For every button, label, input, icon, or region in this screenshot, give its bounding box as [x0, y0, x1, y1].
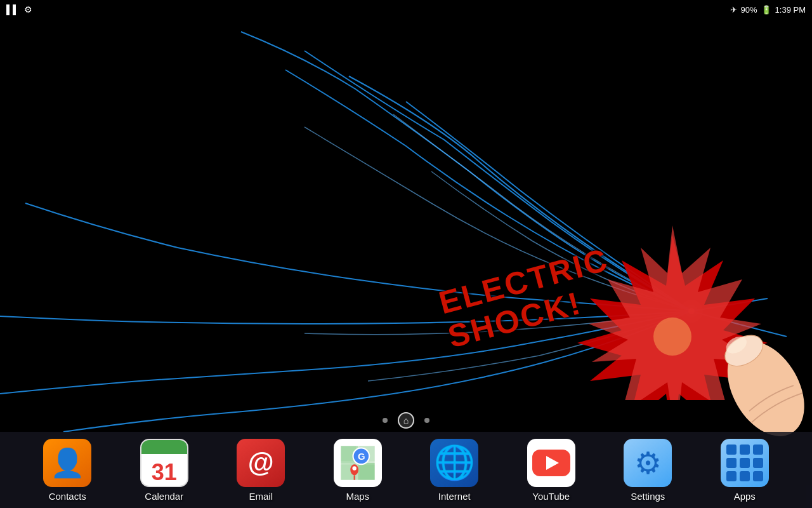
airplane-icon: ✈	[730, 5, 737, 15]
time-display: 1:39 PM	[775, 5, 806, 15]
grid-dot-1	[726, 444, 737, 455]
battery-percentage: 90%	[741, 5, 757, 15]
settings-label: Settings	[631, 491, 665, 502]
svg-text:G: G	[358, 450, 365, 461]
grid-dot-8	[740, 471, 750, 481]
youtube-play-triangle	[546, 456, 559, 470]
grid-dot-2	[740, 444, 750, 455]
app-settings[interactable]: ⚙ Settings	[603, 439, 692, 502]
app-maps[interactable]: G Maps	[313, 439, 402, 502]
email-at-symbol: @	[248, 448, 274, 478]
apps-icon	[721, 439, 769, 487]
app-calendar[interactable]: 31 Calendar	[120, 439, 209, 502]
app-contacts[interactable]: 👤 Contacts	[23, 439, 112, 502]
page-dot-2	[424, 418, 429, 423]
app-apps[interactable]: Apps	[700, 439, 789, 502]
home-button[interactable]	[398, 412, 414, 429]
grid-dot-4	[726, 458, 737, 468]
signal-icon: ▌▌	[6, 4, 19, 15]
calendar-icon: 31	[140, 439, 188, 487]
grid-dot-5	[740, 458, 750, 468]
app-email[interactable]: @ Email	[216, 439, 305, 502]
email-label: Email	[249, 491, 273, 502]
maps-icon: G	[334, 439, 382, 487]
app-internet[interactable]: 🌐 Internet	[410, 439, 499, 502]
maps-svg: G	[337, 443, 378, 483]
apps-grid	[721, 439, 768, 486]
maps-label: Maps	[346, 491, 369, 502]
calendar-header	[141, 440, 187, 454]
globe-symbol: 🌐	[434, 443, 475, 482]
internet-icon: 🌐	[430, 439, 478, 487]
svg-point-14	[352, 466, 356, 470]
grid-dot-6	[753, 458, 763, 468]
app-youtube[interactable]: YouTube	[507, 439, 596, 502]
battery-icon: 🔋	[761, 5, 771, 15]
home-navigation-row	[0, 412, 812, 429]
settings-status-icon: ⚙	[24, 4, 32, 15]
grid-dot-7	[726, 471, 737, 481]
status-left: ▌▌ ⚙	[6, 4, 32, 15]
grid-dot-9	[753, 471, 763, 481]
contacts-icon: 👤	[43, 439, 91, 487]
settings-icon: ⚙	[624, 439, 672, 487]
status-bar: ▌▌ ⚙ ✈ 90% 🔋 1:39 PM	[0, 0, 812, 19]
internet-label: Internet	[438, 491, 471, 502]
youtube-label: YouTube	[532, 491, 570, 502]
youtube-icon	[527, 439, 575, 487]
calendar-date: 31	[152, 459, 177, 486]
email-icon: @	[237, 439, 285, 487]
calendar-label: Calendar	[145, 491, 183, 502]
grid-dot-3	[753, 444, 763, 455]
apps-label: Apps	[734, 491, 756, 502]
gear-symbol: ⚙	[634, 445, 662, 481]
app-dock: 👤 Contacts 31 Calendar @ Email	[0, 432, 812, 508]
contacts-label: Contacts	[49, 491, 86, 502]
page-dot-1	[383, 418, 388, 423]
youtube-red-bg	[532, 450, 570, 476]
status-right: ✈ 90% 🔋 1:39 PM	[730, 5, 806, 15]
